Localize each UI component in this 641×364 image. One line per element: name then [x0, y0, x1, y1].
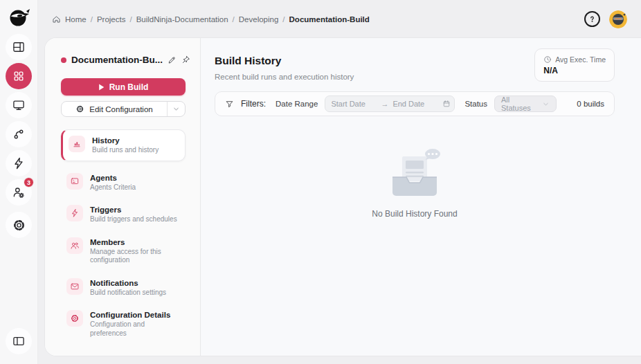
menu-item-desc: Build notification settings: [90, 289, 166, 298]
edit-configuration-dropdown[interactable]: [167, 102, 185, 116]
menu-item-members[interactable]: Members Manage access for this configura…: [61, 232, 186, 271]
edit-configuration-main[interactable]: Edit Configuration: [62, 102, 167, 116]
agent-screen-icon: [66, 173, 83, 190]
play-icon: [98, 84, 105, 91]
menu-item-label: Triggers: [90, 206, 177, 214]
rail-nav: 3: [6, 34, 32, 238]
pin-icon[interactable]: [181, 55, 190, 64]
top-actions: [584, 10, 627, 28]
user-gear-icon[interactable]: 3: [6, 179, 32, 206]
breadcrumb-separator: /: [233, 15, 235, 24]
user-avatar[interactable]: [609, 10, 627, 28]
menu-item-desc: Build runs and history: [92, 146, 159, 155]
menu-item-triggers[interactable]: Triggers Build triggers and schedules: [61, 199, 186, 230]
menu-item-agents[interactable]: Agents Agents Criteria: [61, 167, 186, 198]
filters-label: Filters:: [241, 99, 266, 109]
help-icon[interactable]: [584, 11, 600, 27]
menu-item-label: History: [92, 136, 159, 145]
edit-configuration-button[interactable]: Edit Configuration: [61, 101, 186, 117]
config-title-row: Documentation-Bu...: [61, 55, 186, 65]
config-panel: Documentation-Bu... Run Build Edit Confi…: [45, 38, 201, 356]
avg-exec-time-card: Avg Exec. Time N/A: [534, 48, 615, 82]
gear-icon: [75, 104, 84, 113]
bolt-icon[interactable]: [6, 150, 32, 176]
breadcrumb-separator: /: [282, 15, 285, 24]
chart-icon: [69, 136, 85, 152]
menu-item-history[interactable]: History Build runs and history: [61, 129, 186, 161]
date-range-label: Date Range: [276, 100, 318, 108]
app-root: 3 Home / Projects / BuildNinja-Documenta…: [0, 0, 641, 364]
menu-item-desc: Manage access for this configuration: [90, 248, 172, 265]
page-subtitle: Recent build runs and execution history: [215, 73, 354, 81]
chevron-down-icon: [542, 100, 550, 108]
git-branch-icon[interactable]: [6, 121, 32, 147]
envelope-icon: [66, 278, 83, 295]
clock-icon: [543, 55, 552, 64]
run-build-button[interactable]: Run Build: [61, 78, 186, 95]
breadcrumb-current: Documentation-Build: [289, 15, 370, 24]
edit-configuration-label: Edit Configuration: [89, 105, 152, 113]
avg-exec-time-label: Avg Exec. Time: [555, 55, 606, 64]
menu-item-desc: Configuration and preferences: [90, 320, 180, 338]
build-history-content: Build History Recent build runs and exec…: [201, 38, 641, 356]
status-dot: [61, 57, 66, 63]
menu-item-label: Notifications: [90, 279, 166, 287]
empty-state-message: No Build History Found: [372, 209, 457, 219]
breadcrumb-separator: /: [129, 15, 132, 24]
menu-item-label: Configuration Details: [90, 311, 180, 319]
icon-rail: 3: [0, 0, 38, 364]
config-title: Documentation-Bu...: [71, 55, 163, 65]
menu-item-configuration-details[interactable]: Configuration Details Configuration and …: [61, 304, 186, 343]
top-bar: Home / Projects / BuildNinja-Documentati…: [38, 0, 641, 38]
calendar-icon: [442, 100, 451, 108]
empty-inbox-illustration: [383, 148, 446, 202]
start-date-input[interactable]: [331, 100, 377, 108]
brand-ninja-logo: [6, 5, 31, 30]
menu-item-desc: Agents Criteria: [90, 183, 136, 192]
empty-state: No Build History Found: [215, 148, 615, 219]
filters-bar: Filters: Date Range → Status All Statuse…: [215, 91, 615, 116]
range-arrow: →: [381, 100, 388, 108]
typing-bubble-icon: [425, 149, 440, 160]
end-date-input[interactable]: [392, 100, 438, 108]
config-menu: History Build runs and history Agents Ag…: [61, 129, 186, 345]
breadcrumb: Home / Projects / BuildNinja-Documentati…: [52, 15, 370, 24]
page-title: Build History: [215, 55, 354, 67]
breadcrumb-home[interactable]: Home: [65, 15, 87, 24]
monitor-icon[interactable]: [6, 92, 32, 118]
bolt-icon: [66, 205, 83, 221]
breadcrumb-project[interactable]: BuildNinja-Documentation: [136, 15, 228, 24]
people-icon: [66, 237, 83, 254]
layout-icon[interactable]: [6, 34, 32, 60]
breadcrumb-projects[interactable]: Projects: [97, 15, 126, 24]
status-label: Status: [464, 100, 487, 108]
breadcrumb-separator: /: [91, 15, 93, 24]
menu-item-label: Members: [90, 238, 172, 246]
main-card: Documentation-Bu... Run Build Edit Confi…: [45, 38, 641, 356]
avg-exec-time-value: N/A: [543, 66, 606, 75]
chevron-down-icon: [172, 105, 180, 113]
filter-funnel-icon: [225, 100, 234, 109]
status-select[interactable]: All Statuses: [494, 95, 557, 112]
breadcrumb-folder[interactable]: Developing: [239, 15, 279, 24]
status-selected-value: All Statuses: [501, 95, 536, 112]
settings-gear-icon[interactable]: [6, 212, 32, 238]
menu-item-label: Agents: [90, 174, 136, 182]
panel-toggle-icon[interactable]: [6, 328, 32, 354]
menu-item-notifications[interactable]: Notifications Build notification setting…: [61, 273, 186, 303]
build-count: 0 builds: [577, 100, 604, 108]
home-icon: [52, 15, 61, 24]
edit-pencil-icon[interactable]: [168, 55, 177, 64]
notification-count-badge: 3: [24, 177, 34, 188]
apps-grid-icon[interactable]: [6, 63, 32, 89]
menu-item-desc: Build triggers and schedules: [90, 215, 177, 224]
date-range-picker[interactable]: →: [325, 95, 455, 112]
run-build-label: Run Build: [109, 82, 149, 92]
gear-icon: [66, 310, 83, 327]
